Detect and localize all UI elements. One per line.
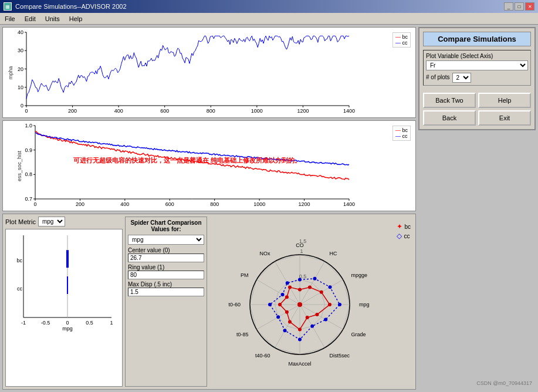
back-button[interactable]: Back (423, 110, 476, 126)
chart1-legend-bc: bc (402, 34, 408, 40)
ring-value-input[interactable] (128, 271, 204, 279)
top-chart-mpha: mpha — bc — cc (2, 27, 416, 118)
bar-chart (5, 229, 123, 387)
spider-legend: ✦ bc ◇ cc (397, 222, 411, 241)
spider-metric-select[interactable]: mpg (128, 235, 204, 245)
num-plots-select[interactable]: 2 1 3 (452, 73, 471, 83)
plot-metric-label: Plot Metric (5, 218, 36, 225)
action-buttons: Back Two Help Back Exit (423, 93, 531, 126)
exit-button[interactable]: Exit (478, 110, 531, 126)
compare-panel: Compare Simulations Plot Variable (Selec… (418, 27, 536, 130)
top-chart-soc: ess_soc_hist — bc — cc 可进行无超级电容的快速对比，这一点… (2, 120, 416, 211)
spider-chart-area: ✦ bc ◇ cc (209, 217, 413, 387)
chart1-y-label: mpha (8, 66, 13, 79)
chart2-y-label: ess_soc_hist (16, 150, 22, 181)
window-icon: ▦ (4, 2, 12, 11)
help-button[interactable]: Help (478, 93, 531, 108)
spider-legend-cc: cc (404, 233, 410, 239)
back-two-button[interactable]: Back Two (423, 93, 476, 108)
menu-help[interactable]: Help (65, 14, 87, 23)
chart2-legend-cc: cc (402, 133, 407, 139)
annotation-content: 可进行无超级电容的快速对比，这一点是普通在 纯电基础上修改所难以办到的。 (73, 157, 301, 164)
ring-value-label: Ring value (1) (128, 264, 204, 271)
center-value-label: Center value (0) (128, 247, 204, 254)
title-bar: ▦ Compare Simulations--ADVISOR 2002 _ □ … (0, 0, 538, 13)
center-value-input[interactable] (128, 254, 204, 262)
watermark: CSDN @m0_70944317 (476, 380, 532, 386)
plot-variable-group: Plot Variable (Select Axis) Fr # of plot… (423, 50, 531, 86)
compare-title: Compare Simulations (423, 32, 531, 46)
menu-bar: File Edit Units Help (0, 13, 538, 25)
num-plots-label: # of plots (426, 74, 450, 80)
annotation-text: 可进行无超级电容的快速对比，这一点是普通在 纯电基础上修改所难以办到的。 (73, 156, 301, 165)
menu-edit[interactable]: Edit (20, 14, 40, 23)
menu-file[interactable]: File (0, 14, 20, 23)
plot-variable-select[interactable]: Fr (426, 60, 528, 70)
menu-units[interactable]: Units (40, 14, 65, 23)
plot-variable-label: Plot Variable (Select Axis) (426, 53, 528, 59)
spider-panel-title: Spider Chart Comparison Values for: (128, 219, 204, 232)
spider-value-panel: Spider Chart Comparison Values for: mpg … (125, 217, 207, 387)
minimize-btn[interactable]: _ (504, 2, 513, 11)
close-btn[interactable]: ✕ (525, 2, 534, 11)
window-title: Compare Simulations--ADVISOR 2002 (15, 3, 127, 10)
maximize-btn[interactable]: □ (515, 2, 524, 11)
chart2-legend-bc: bc (402, 127, 408, 133)
max-disp-label: Max Disp (.5 inc) (128, 281, 204, 288)
spider-legend-bc: bc (404, 224, 411, 230)
chart1-legend-cc: cc (402, 40, 407, 46)
plot-metric-select[interactable]: mpg CO HC (38, 217, 65, 227)
max-disp-input[interactable] (128, 288, 204, 296)
